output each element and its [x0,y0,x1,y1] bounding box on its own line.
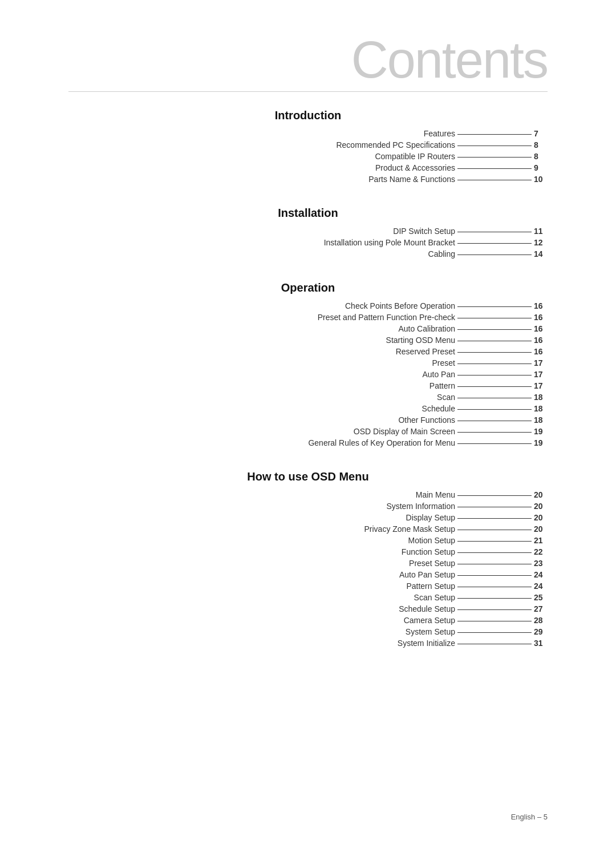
toc-entry-page: 18 [534,404,548,413]
toc-entry-page: 9 [534,163,548,172]
toc-entry-label: Main Menu [416,490,455,499]
toc-dots [457,168,532,169]
toc-entry: Features7 [68,129,548,138]
toc-section: IntroductionFeatures7Recommended PC Spec… [68,109,548,184]
toc-entry: Auto Pan Setup24 [68,570,548,579]
toc-entry-page: 8 [534,152,548,161]
toc-entry-page: 27 [534,604,548,613]
toc-entry-page: 31 [534,639,548,648]
toc-entry: Other Functions18 [68,415,548,425]
toc-entry-page: 7 [534,129,548,138]
toc-entry: Reserved Preset16 [68,347,548,356]
toc-dots [457,541,532,542]
toc-entry: OSD Display of Main Screen19 [68,427,548,436]
toc-entry-label: Motion Setup [408,536,456,545]
toc-entry: Preset17 [68,358,548,368]
toc-dots [457,421,532,421]
toc-entry-page: 18 [534,393,548,402]
page-title: Contents [351,31,548,88]
toc-entry-page: 22 [534,547,548,556]
toc-entry-label: Pattern Setup [406,581,455,591]
toc-entry-label: Preset Setup [409,559,455,568]
toc-entry-page: 16 [534,347,548,356]
toc-entry-page: 16 [534,324,548,333]
toc-dots [457,495,532,496]
toc-entry-page: 20 [534,524,548,534]
toc-entry-page: 14 [534,249,548,259]
footer: English – 5 [511,813,548,821]
toc-dots [457,518,532,519]
toc-entry-page: 17 [534,370,548,379]
toc-entry-label: Preset and Pattern Function Pre-check [318,313,455,322]
toc-entry-label: Camera Setup [404,616,455,625]
toc-entry-label: Schedule [422,404,455,413]
toc-entry: System Setup29 [68,627,548,636]
toc-entry-label: System Initialize [398,639,455,648]
toc-entry: Recommended PC Specifications8 [68,140,548,150]
toc-entry: Compatible IP Routers8 [68,152,548,161]
toc-entry-page: 25 [534,593,548,602]
toc-entry-label: Function Setup [402,547,455,556]
toc-dots [457,352,532,353]
toc-entry-label: Pattern [429,381,455,390]
toc-entry-label: Reserved Preset [396,347,455,356]
toc-entry-label: OSD Display of Main Screen [354,427,455,436]
toc-entry-page: 17 [534,358,548,368]
toc-dots [457,318,532,318]
toc-entry: Check Points Before Operation16 [68,301,548,310]
section-heading: How to use OSD Menu [68,470,548,483]
toc-entry-page: 10 [534,175,548,184]
toc-entry: Pattern17 [68,381,548,390]
toc-entry-page: 20 [534,490,548,499]
toc-entry-label: Schedule Setup [399,604,455,613]
toc-entry-label: General Rules of Key Operation for Menu [308,438,455,447]
toc-entry-label: Product & Accessories [375,163,455,172]
toc-dots [457,564,532,564]
toc-dots [457,552,532,553]
toc-section: OperationCheck Points Before Operation16… [68,281,548,447]
toc-dots [457,507,532,507]
content-area: IntroductionFeatures7Recommended PC Spec… [68,109,548,648]
toc-dots [457,644,532,644]
section-heading: Installation [68,207,548,220]
toc-entry-page: 28 [534,616,548,625]
toc-entry-label: Preset [432,358,455,368]
toc-entry: Display Setup20 [68,513,548,522]
toc-entry-page: 20 [534,513,548,522]
toc-dots [457,243,532,244]
toc-entry: Auto Calibration16 [68,324,548,333]
toc-entry-label: Scan [437,393,455,402]
toc-dots [457,386,532,387]
toc-dots [457,587,532,587]
toc-entry-page: 24 [534,581,548,591]
toc-entry-page: 17 [534,381,548,390]
toc-dots [457,146,532,146]
toc-entry-label: Privacy Zone Mask Setup [364,524,455,534]
toc-entry-label: Auto Pan [422,370,455,379]
toc-entry: Privacy Zone Mask Setup20 [68,524,548,534]
toc-entry-label: Features [424,129,455,138]
toc-entry-page: 19 [534,427,548,436]
toc-entry-page: 16 [534,301,548,310]
toc-dots [457,598,532,599]
toc-entry-page: 24 [534,570,548,579]
toc-entry-label: Auto Pan Setup [399,570,455,579]
toc-entry-page: 23 [534,559,548,568]
toc-entry-label: Parts Name & Functions [368,175,455,184]
toc-entry: DIP Switch Setup11 [68,227,548,236]
toc-dots [457,134,532,135]
title-area: Contents [68,34,548,92]
toc-entry: Starting OSD Menu16 [68,336,548,345]
toc-section: InstallationDIP Switch Setup11Installati… [68,207,548,259]
toc-entry-page: 12 [534,238,548,247]
toc-dots [457,632,532,633]
toc-entry-label: Compatible IP Routers [375,152,455,161]
toc-entry: Scan Setup25 [68,593,548,602]
toc-dots [457,409,532,410]
toc-entry: Schedule Setup27 [68,604,548,613]
toc-entry: Camera Setup28 [68,616,548,625]
toc-dots [457,255,532,255]
toc-entry: Preset and Pattern Function Pre-check16 [68,313,548,322]
toc-entry: Schedule18 [68,404,548,413]
toc-entry-label: Auto Calibration [398,324,455,333]
